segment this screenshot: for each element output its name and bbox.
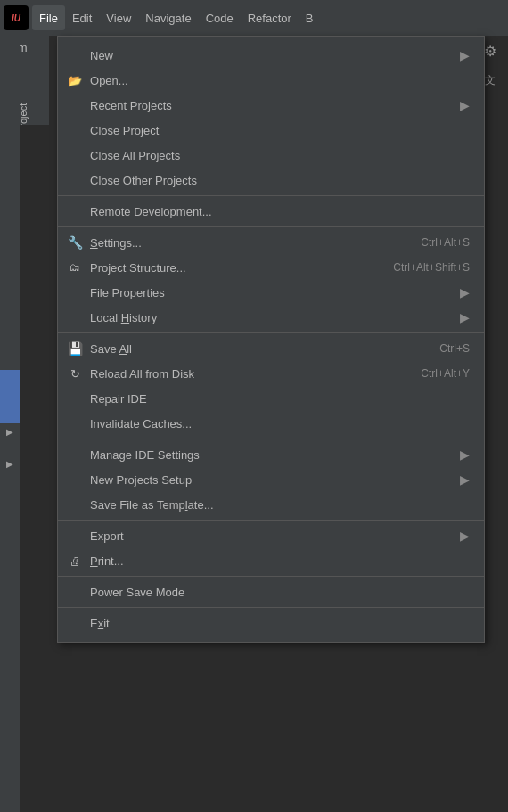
menu-edit[interactable]: Edit bbox=[65, 5, 99, 30]
file-dropdown-menu: New ▶ 📂 Open... Recent Projects ▶ Close … bbox=[57, 36, 485, 643]
section-save: 💾 Save All Ctrl+S ↻ Reload All from Disk… bbox=[58, 333, 484, 439]
menu-item-new[interactable]: New ▶ bbox=[58, 43, 484, 68]
menu-item-new-projects-setup[interactable]: New Projects Setup ▶ bbox=[58, 467, 484, 492]
menu-bar: IU File Edit View Navigate Code Refactor… bbox=[0, 0, 508, 36]
menu-item-print[interactable]: 🖨 Print... bbox=[58, 548, 484, 573]
save-icon: 💾 bbox=[67, 340, 83, 357]
section-remote: Remote Development... bbox=[58, 196, 484, 227]
reload-icon: ↻ bbox=[67, 365, 83, 381]
menu-item-close-all-projects[interactable]: Close All Projects bbox=[58, 143, 484, 168]
menu-refactor[interactable]: Refactor bbox=[241, 5, 299, 30]
menu-view[interactable]: View bbox=[99, 5, 138, 30]
menu-item-save-file-as-template[interactable]: Save File as Template... bbox=[58, 492, 484, 517]
menu-item-exit[interactable]: Exit bbox=[58, 611, 484, 636]
menu-item-file-properties[interactable]: File Properties ▶ bbox=[58, 280, 484, 305]
menu-item-local-history[interactable]: Local History ▶ bbox=[58, 305, 484, 330]
menu-item-project-structure[interactable]: 🗂 Project Structure... Ctrl+Alt+Shift+S bbox=[58, 255, 484, 280]
open-folder-icon: 📂 bbox=[67, 72, 83, 88]
menu-item-settings[interactable]: 🔧 Settings... Ctrl+Alt+S bbox=[58, 230, 484, 255]
section-exit: Exit bbox=[58, 608, 484, 638]
menu-b[interactable]: B bbox=[299, 5, 321, 30]
section-export: Export ▶ 🖨 Print... bbox=[58, 521, 484, 577]
project-panel-indicator bbox=[0, 89, 20, 178]
menu-item-recent-projects[interactable]: Recent Projects ▶ bbox=[58, 93, 484, 118]
menu-item-remote-development[interactable]: Remote Development... bbox=[58, 199, 484, 224]
menu-item-power-save-mode[interactable]: Power Save Mode bbox=[58, 579, 484, 604]
menu-item-reload-from-disk[interactable]: ↻ Reload All from Disk Ctrl+Alt+Y bbox=[58, 361, 484, 386]
project-structure-icon: 🗂 bbox=[67, 259, 83, 275]
menu-code[interactable]: Code bbox=[199, 5, 241, 30]
collapse-arrow-2[interactable]: ▶ bbox=[0, 453, 20, 474]
section-ide-settings: Manage IDE Settings ▶ New Projects Setup… bbox=[58, 439, 484, 521]
menu-item-export[interactable]: Export ▶ bbox=[58, 523, 484, 548]
settings-wrench-icon: 🔧 bbox=[67, 234, 83, 250]
collapse-arrow-1[interactable]: ▶ bbox=[0, 421, 20, 442]
section-power: Power Save Mode bbox=[58, 577, 484, 608]
sidebar-left: ▶ ▶ bbox=[0, 36, 20, 812]
active-panel-bar bbox=[0, 370, 20, 423]
section-settings: 🔧 Settings... Ctrl+Alt+S 🗂 Project Struc… bbox=[58, 227, 484, 333]
menu-item-close-project[interactable]: Close Project bbox=[58, 118, 484, 143]
menu-item-save-all[interactable]: 💾 Save All Ctrl+S bbox=[58, 336, 484, 361]
menu-item-manage-ide-settings[interactable]: Manage IDE Settings ▶ bbox=[58, 442, 484, 467]
menu-item-open[interactable]: 📂 Open... bbox=[58, 68, 484, 93]
section-new-open: New ▶ 📂 Open... Recent Projects ▶ Close … bbox=[58, 40, 484, 196]
menu-item-close-other-projects[interactable]: Close Other Projects bbox=[58, 168, 484, 193]
menu-item-invalidate-caches[interactable]: Invalidate Caches... bbox=[58, 411, 484, 436]
print-icon: 🖨 bbox=[67, 553, 83, 569]
title-partial bbox=[0, 0, 53, 36]
menu-navigate[interactable]: Navigate bbox=[138, 5, 198, 30]
menu-item-repair-ide[interactable]: Repair IDE bbox=[58, 386, 484, 411]
